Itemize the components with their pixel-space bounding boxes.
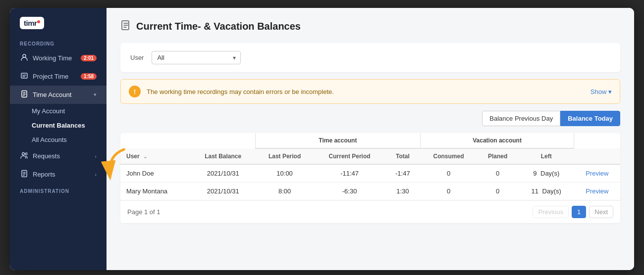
prev-page-button[interactable]: Previous: [533, 206, 569, 218]
balances-table: Time account Vacation account User ⌄ Las…: [120, 133, 620, 200]
working-time-badge: 2:01: [81, 55, 97, 61]
cell-current-period-0: -11:47: [314, 164, 385, 183]
logo-area: timr: [10, 8, 107, 36]
warning-icon: !: [129, 86, 141, 97]
page-header: Current Time- & Vacation Balances: [120, 20, 620, 33]
table-col-header-row: User ⌄ Last Balance Last Period Current …: [120, 148, 620, 164]
svg-point-5: [25, 153, 27, 155]
sidebar-subitem-label-my-account: My Account: [32, 107, 65, 115]
alert-bar: ! The working time recordings may contai…: [120, 79, 620, 104]
sort-icon[interactable]: ⌄: [143, 154, 147, 159]
cell-last-balance-0: 2021/10/31: [191, 164, 255, 183]
th-total: Total: [385, 148, 420, 164]
cell-consumed-1: 0: [420, 183, 477, 200]
sidebar-subitem-label-current-balances: Current Balances: [32, 122, 85, 129]
sidebar-item-all-accounts[interactable]: All Accounts: [10, 133, 107, 147]
sidebar-item-label-reports: Reports: [33, 171, 55, 178]
project-time-badge: 1:58: [81, 73, 97, 80]
cell-last-period-0: 10:00: [255, 164, 314, 183]
table-row: John Doe 2021/10/31 10:00 -11:47 -1:47 0…: [120, 164, 620, 183]
table-row: Mary Montana 2021/10/31 8:00 -6:30 1:30 …: [120, 183, 620, 200]
svg-rect-2: [21, 73, 27, 78]
cell-user-0: John Doe: [120, 164, 191, 183]
sidebar-item-label-requests: Requests: [33, 152, 60, 160]
sidebar-item-label-project-time: Project Time: [33, 73, 68, 80]
preview-link-1[interactable]: Preview: [586, 187, 608, 195]
sidebar-item-project-time[interactable]: Project Time 1:58: [10, 67, 107, 86]
sidebar-item-current-balances[interactable]: Current Balances: [10, 118, 107, 133]
document-icon: [20, 90, 29, 99]
sidebar-item-requests[interactable]: Requests ›: [10, 147, 107, 165]
cell-total-1: 1:30: [385, 183, 420, 200]
filter-card: User All: [120, 43, 620, 72]
th-left: Left: [519, 148, 574, 164]
cell-last-balance-1: 2021/10/31: [191, 183, 255, 200]
cell-user-1: Mary Montana: [120, 183, 191, 200]
table-card: Time account Vacation account User ⌄ Las…: [120, 133, 620, 223]
table-body: John Doe 2021/10/31 10:00 -11:47 -1:47 0…: [120, 164, 620, 200]
cell-planned-0: 0: [477, 164, 519, 183]
reports-icon: [20, 170, 29, 179]
th-time-account: Time account: [255, 133, 420, 148]
th-current-period: Current Period: [314, 148, 385, 164]
chevron-right-icon-2: ›: [95, 172, 97, 178]
project-icon: [20, 72, 29, 81]
cell-left-0: 9 Day(s): [519, 164, 574, 183]
page-title-icon: [120, 20, 131, 33]
table-group-header-row: Time account Vacation account: [120, 133, 620, 148]
cell-last-period-1: 8:00: [255, 183, 314, 200]
cell-current-period-1: -6:30: [314, 183, 385, 200]
th-consumed: Consumed: [420, 148, 477, 164]
th-last-period: Last Period: [255, 148, 314, 164]
alert-show-link[interactable]: Show ▾: [590, 88, 612, 95]
th-last-balance: Last Balance: [191, 148, 255, 164]
page-info: Page 1 of 1: [127, 208, 161, 216]
cell-left-1: 11 Day(s): [519, 183, 574, 200]
sidebar-item-label-working-time: Working Time: [33, 54, 72, 62]
sidebar-item-label-time-account: Time Account: [33, 91, 71, 98]
sidebar-item-reports[interactable]: Reports ›: [10, 165, 107, 183]
alert-message: The working time recordings may contain …: [147, 88, 585, 95]
page-1-button[interactable]: 1: [572, 206, 586, 218]
cell-preview-1: Preview: [574, 183, 620, 200]
table-footer: Page 1 of 1 Previous 1 Next: [120, 200, 620, 223]
next-page-button[interactable]: Next: [589, 206, 613, 218]
user-select[interactable]: All: [152, 51, 241, 64]
cell-preview-0: Preview: [574, 164, 620, 183]
section-recording: RECORDING: [10, 36, 107, 49]
user-select-wrapper[interactable]: All: [152, 51, 241, 64]
chevron-down-icon: ▾: [94, 92, 97, 98]
logo-dot: [37, 20, 40, 23]
balance-buttons: Balance Previous Day Balance Today: [120, 111, 620, 126]
filter-user-label: User: [130, 54, 144, 61]
logo-text: timr: [24, 19, 37, 27]
balance-prev-day-button[interactable]: Balance Previous Day: [482, 111, 560, 126]
section-administration: ADMINISTRATION: [10, 183, 107, 196]
th-vacation-account: Vacation account: [420, 133, 574, 148]
person-icon: [20, 53, 29, 63]
cell-total-0: -1:47: [385, 164, 420, 183]
users-icon: [20, 151, 29, 161]
sidebar: timr RECORDING Working Time 2:01 Project…: [10, 8, 107, 270]
th-actions: [574, 148, 620, 164]
sidebar-item-my-account[interactable]: My Account: [10, 104, 107, 118]
pagination: Previous 1 Next: [533, 206, 613, 218]
preview-link-0[interactable]: Preview: [586, 170, 608, 177]
main-content: Current Time- & Vacation Balances User A…: [107, 8, 634, 270]
sidebar-subitem-label-all-accounts: All Accounts: [32, 136, 67, 143]
cell-consumed-0: 0: [420, 164, 477, 183]
cell-planned-1: 0: [477, 183, 519, 200]
th-empty: [120, 133, 255, 148]
chevron-right-icon: ›: [95, 153, 97, 159]
balance-today-button[interactable]: Balance Today: [560, 111, 620, 126]
svg-point-1: [23, 54, 26, 57]
th-empty2: [574, 133, 620, 148]
th-user: User ⌄: [120, 148, 191, 164]
th-planned: Planed: [477, 148, 519, 164]
logo: timr: [20, 17, 44, 29]
page-title: Current Time- & Vacation Balances: [136, 21, 301, 32]
sidebar-item-working-time[interactable]: Working Time 2:01: [10, 49, 107, 67]
sidebar-item-time-account[interactable]: Time Account ▾: [10, 86, 107, 104]
svg-point-4: [22, 153, 25, 155]
